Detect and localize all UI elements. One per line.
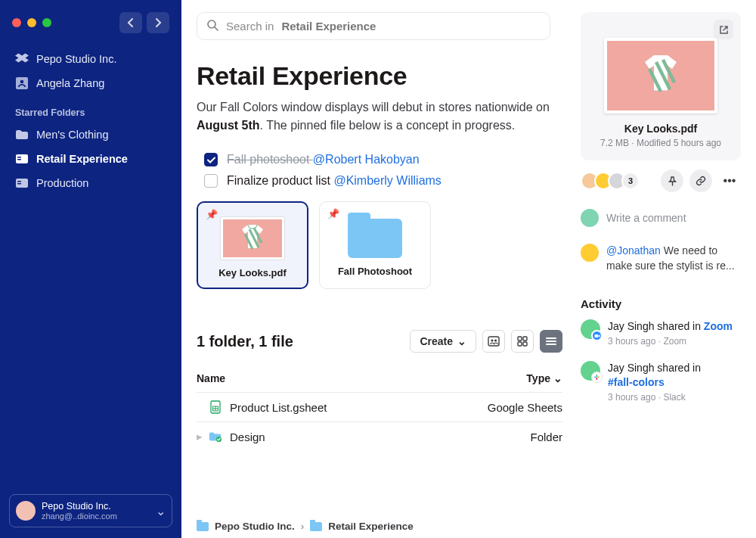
grid-view-button[interactable] xyxy=(511,330,534,353)
breadcrumb-item[interactable]: Pepo Studio Inc. xyxy=(215,521,295,532)
mention[interactable]: @Robert Hakobyan xyxy=(313,153,420,166)
minimize-window-icon[interactable] xyxy=(27,18,36,27)
pin-button[interactable] xyxy=(661,169,683,192)
pin-icon: 📌 xyxy=(206,209,218,220)
avatar xyxy=(581,244,599,262)
account-switcher[interactable]: Pepo Studio Inc. zhang@..dioinc.com ⌄ xyxy=(9,494,172,527)
starred-heading: Starred Folders xyxy=(0,95,181,123)
activity-actor: Jay Singh xyxy=(608,362,654,374)
org-name: Pepo Studio Inc. xyxy=(36,53,116,65)
sidebar-item-label: Retail Experience xyxy=(36,153,128,165)
comment-placeholder: Write a comment xyxy=(606,212,686,224)
search-placeholder-context: Retail Experience xyxy=(281,20,376,33)
svg-rect-7 xyxy=(17,183,21,185)
list-summary: 1 folder, 1 file xyxy=(197,333,293,350)
user-name: Angela Zhang xyxy=(36,77,104,89)
folder-synced-icon xyxy=(209,430,222,443)
folder-name: Design xyxy=(230,431,265,443)
svg-rect-13 xyxy=(518,337,522,341)
open-external-button[interactable] xyxy=(714,20,733,39)
share-bar: 3 ••• xyxy=(581,169,741,192)
create-button[interactable]: Create ⌄ xyxy=(410,330,476,353)
activity-item[interactable]: Jay Singh shared in Zoom 3 hours ago · Z… xyxy=(581,319,741,347)
sidebar-item-retail-experience[interactable]: Retail Experience xyxy=(0,147,181,171)
list-toolbar: Create ⌄ xyxy=(410,330,562,353)
file-thumbnail xyxy=(221,217,284,260)
expand-icon[interactable]: ▸ xyxy=(197,430,207,443)
sidebar-item-production[interactable]: Production xyxy=(0,171,181,195)
mention[interactable]: @Jonathan xyxy=(606,244,661,257)
table-row[interactable]: Product List.gsheet Google Sheets xyxy=(197,393,562,422)
window-titlebar xyxy=(0,9,181,47)
comment[interactable]: @Jonathan We need to make sure the styli… xyxy=(581,244,741,273)
sidebar-item-label: Men's Clothing xyxy=(36,129,108,141)
page-description: Our Fall Colors window displays will deb… xyxy=(197,98,559,135)
zoom-window-icon[interactable] xyxy=(42,18,51,27)
preview-filename: Key Looks.pdf xyxy=(624,123,697,135)
folder-icon xyxy=(348,219,402,258)
file-type: Folder xyxy=(464,431,562,443)
pin-icon: 📌 xyxy=(327,208,339,219)
svg-rect-14 xyxy=(523,337,527,341)
details-panel: Key Looks.pdf 7.2 MB · Modified 5 hours … xyxy=(575,0,756,538)
link-button[interactable] xyxy=(689,169,712,192)
task-item: Finalize product list @Kimberly Williams xyxy=(197,174,562,188)
user-icon xyxy=(15,77,29,89)
avatar xyxy=(581,209,599,227)
breadcrumb-item[interactable]: Retail Experience xyxy=(328,521,414,532)
avatar xyxy=(581,319,600,339)
chevron-down-icon: ⌄ xyxy=(457,335,466,347)
chevron-down-icon: ⌄ xyxy=(156,504,166,518)
svg-rect-25 xyxy=(594,334,598,337)
org-link[interactable]: Pepo Studio Inc. xyxy=(0,47,181,71)
activity-meta: 3 hours ago · Slack xyxy=(608,391,741,403)
card-key-looks[interactable]: 📌 Key Looks.pdf xyxy=(197,201,308,289)
sidebar: Pepo Studio Inc. Angela Zhang Starred Fo… xyxy=(0,0,181,538)
nav-arrows xyxy=(119,12,169,33)
svg-rect-29 xyxy=(596,378,598,380)
sidebar-item-mens-clothing[interactable]: Men's Clothing xyxy=(0,123,181,147)
avatar-stack[interactable]: 3 xyxy=(581,172,640,190)
checkbox[interactable] xyxy=(204,153,218,166)
comment-input[interactable]: Write a comment xyxy=(581,209,741,227)
chevron-right-icon: › xyxy=(301,521,305,532)
card-caption: Fall Photoshoot xyxy=(338,266,412,277)
svg-rect-16 xyxy=(523,342,527,346)
task-label: Fall photoshoot @Robert Hakobyan xyxy=(227,153,420,166)
card-fall-photoshoot[interactable]: 📌 Fall Photoshoot xyxy=(319,201,431,289)
team-icon-button[interactable] xyxy=(482,330,505,353)
account-email: zhang@..dioinc.com xyxy=(42,512,150,521)
search-input[interactable]: Search in Retail Experience xyxy=(197,12,550,40)
task-list: Fall photoshoot @Robert Hakobyan Finaliz… xyxy=(197,153,562,188)
svg-point-1 xyxy=(20,80,24,84)
activity-heading: Activity xyxy=(581,297,741,310)
pinned-cards: 📌 Key Looks.pdf 📌 Fall Photoshoot xyxy=(197,201,562,289)
svg-point-11 xyxy=(491,339,493,341)
zoom-badge-icon xyxy=(591,330,603,341)
preview-thumbnail xyxy=(604,38,717,114)
activity-target[interactable]: Zoom xyxy=(704,320,733,332)
close-window-icon[interactable] xyxy=(12,18,21,27)
mention[interactable]: @Kimberly Williams xyxy=(333,174,441,187)
svg-rect-15 xyxy=(518,342,522,346)
more-button[interactable]: ••• xyxy=(718,169,741,192)
svg-rect-3 xyxy=(17,157,21,158)
breadcrumb: Pepo Studio Inc. › Retail Experience xyxy=(197,508,562,532)
activity-item[interactable]: Jay Singh shared in #fall-colors 3 hours… xyxy=(581,361,741,403)
file-preview: Key Looks.pdf 7.2 MB · Modified 5 hours … xyxy=(581,12,741,160)
account-org: Pepo Studio Inc. xyxy=(42,501,150,512)
column-type[interactable]: Type ⌄ xyxy=(464,372,562,384)
page-title: Retail Experience xyxy=(197,61,562,91)
file-type: Google Sheets xyxy=(464,401,562,414)
back-button[interactable] xyxy=(119,12,142,33)
column-name[interactable]: Name xyxy=(197,372,464,384)
list-view-button[interactable] xyxy=(540,330,562,353)
user-link[interactable]: Angela Zhang xyxy=(0,71,181,95)
checkbox[interactable] xyxy=(204,174,218,188)
forward-button[interactable] xyxy=(147,12,169,33)
folder-icon xyxy=(310,522,322,531)
table-row[interactable]: ▸ Design Folder xyxy=(197,422,562,451)
activity-target[interactable]: #fall-colors xyxy=(608,376,665,388)
activity-meta: 3 hours ago · Zoom xyxy=(608,335,741,347)
main-content: Search in Retail Experience Retail Exper… xyxy=(181,0,575,538)
